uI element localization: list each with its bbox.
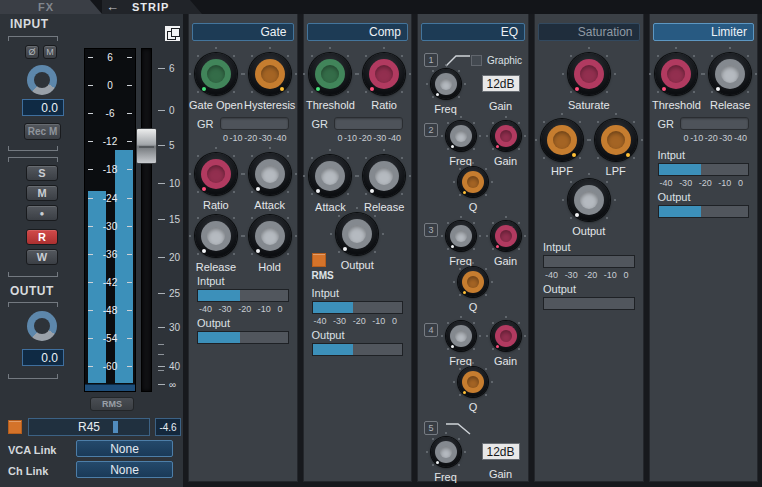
- eq-band1-button[interactable]: 1: [424, 53, 438, 67]
- eq-band2-gain-label: Gain: [494, 155, 517, 167]
- tab-bar: FX ← STRIP: [0, 0, 762, 14]
- pan-control[interactable]: R45: [28, 418, 150, 436]
- eq-band4-freq-knob[interactable]: [446, 321, 476, 351]
- comp-header[interactable]: Comp: [307, 23, 409, 41]
- comp-attack-knob[interactable]: [309, 155, 351, 197]
- gate-attack-knob[interactable]: [249, 153, 291, 195]
- fader-handle[interactable]: [136, 128, 157, 164]
- output-section-title: OUTUT: [10, 284, 54, 298]
- automation-read-button[interactable]: R: [26, 229, 58, 245]
- eq-band3-gain-knob[interactable]: [491, 221, 521, 251]
- gain-readout[interactable]: -4.6: [155, 418, 181, 436]
- output-gain-knob[interactable]: [27, 311, 57, 341]
- tab-fx[interactable]: FX: [0, 0, 102, 14]
- comp-gr-scale: 0-10-20-30-40: [338, 133, 402, 143]
- limiter-gr-meter: [680, 117, 749, 130]
- eq-band2-freq-knob[interactable]: [446, 121, 476, 151]
- limiter-input-meter: [658, 163, 750, 176]
- saturation-hpf-knob[interactable]: [541, 119, 583, 161]
- eq-band5-gain-display[interactable]: 12dB: [482, 443, 520, 460]
- mute-button[interactable]: M: [26, 185, 58, 201]
- level-meter-scale: 60-6-12-18-24-30-36-42-48-54-60: [85, 49, 135, 391]
- eq-band4-gain-knob[interactable]: [491, 321, 521, 351]
- comp-gr-meter: [334, 117, 403, 130]
- saturation-input-label: Intput: [543, 241, 635, 253]
- eq-band4-q-knob[interactable]: [458, 367, 488, 397]
- gate-header[interactable]: Gate: [192, 23, 294, 41]
- gate-release-knob[interactable]: [195, 215, 237, 257]
- rec-mute-button[interactable]: Rec M: [24, 123, 61, 140]
- saturation-output-knob[interactable]: [568, 179, 610, 221]
- channel-strip-window: FX ← STRIP INPUT Ø M 0.0 Rec M S M ● R W…: [0, 0, 762, 487]
- eq-band2-gain-knob[interactable]: [491, 121, 521, 151]
- comp-output-label: Output: [312, 329, 404, 341]
- comp-title: Comp: [369, 25, 401, 39]
- eq-band1-freq-label: Freq: [434, 103, 457, 115]
- ch-link-label: Ch Link: [8, 465, 48, 477]
- automation-write-button[interactable]: W: [26, 249, 58, 265]
- fader-track[interactable]: [141, 48, 152, 392]
- solo-button[interactable]: S: [26, 165, 58, 181]
- comp-release-knob[interactable]: [363, 155, 405, 197]
- limiter-output-meter: [658, 205, 750, 218]
- eq-band4-gain-label: Gain: [494, 355, 517, 367]
- eq-band2-q-label: Q: [469, 201, 478, 213]
- eq-band3-gain-label: Gain: [494, 255, 517, 267]
- eq-band5-button[interactable]: 5: [424, 421, 438, 435]
- comp-input-meter: [312, 301, 404, 314]
- strip-sections: Gate Gate Open Hysteresis GR 0-10-20-30-…: [186, 14, 762, 487]
- limiter-io-scale: -40-30-20-100: [660, 178, 744, 188]
- record-arm-button[interactable]: ●: [26, 205, 58, 221]
- vca-link-select[interactable]: None: [76, 440, 173, 457]
- group-bracket: [8, 146, 58, 151]
- gate-hysteresis-knob[interactable]: [249, 53, 291, 95]
- eq-band3-freq-knob[interactable]: [446, 221, 476, 251]
- gate-input-meter: [197, 289, 289, 302]
- eq-graphic-checkbox[interactable]: [471, 55, 482, 66]
- eq-band1-freq-knob[interactable]: [431, 69, 461, 99]
- eq-band1-gain-display[interactable]: 12dB: [482, 75, 520, 92]
- gate-open-label: Gate Open: [189, 99, 243, 111]
- eq-band5-freq-knob[interactable]: [431, 437, 461, 467]
- comp-ratio-knob[interactable]: [363, 53, 405, 95]
- gate-io-scale: -40-30-20-100: [199, 304, 283, 314]
- highpass-curve-icon: [445, 54, 471, 67]
- ch-link-select[interactable]: None: [76, 461, 173, 478]
- gate-hold-knob[interactable]: [249, 215, 291, 257]
- gate-gr-label: GR: [197, 118, 214, 130]
- eq-title: EQ: [501, 25, 518, 39]
- channel-controls-panel: INPUT Ø M 0.0 Rec M S M ● R W OUTUT 0.0: [0, 14, 183, 487]
- input-gain-value[interactable]: 0.0: [22, 99, 64, 116]
- gate-open-knob[interactable]: [195, 53, 237, 95]
- eq-band4-button[interactable]: 4: [424, 323, 438, 337]
- group-bracket: [8, 157, 58, 162]
- input-gain-knob[interactable]: [27, 65, 57, 95]
- back-arrow-icon[interactable]: ←: [106, 1, 120, 13]
- saturation-header[interactable]: Saturation: [538, 23, 640, 41]
- eq-band3-button[interactable]: 3: [424, 223, 438, 237]
- comp-output-knob[interactable]: [336, 213, 378, 255]
- input-mono-button[interactable]: M: [43, 45, 57, 59]
- limiter-threshold-knob[interactable]: [655, 53, 697, 95]
- saturate-knob[interactable]: [568, 53, 610, 95]
- gate-ratio-knob[interactable]: [195, 153, 237, 195]
- pan-indicator-button[interactable]: [8, 420, 22, 434]
- eq-band2-q-knob[interactable]: [458, 167, 488, 197]
- phase-invert-button[interactable]: Ø: [25, 45, 39, 59]
- group-bracket: [8, 302, 58, 307]
- eq-band2-button[interactable]: 2: [424, 123, 438, 137]
- comp-threshold-knob[interactable]: [309, 53, 351, 95]
- saturate-label: Saturate: [568, 99, 610, 111]
- eq-header[interactable]: EQ: [421, 23, 525, 41]
- tab-strip[interactable]: ← STRIP: [102, 0, 202, 14]
- rms-mode-button[interactable]: RMS: [90, 397, 134, 411]
- pan-position-caret: [113, 421, 118, 433]
- fader-minor-tick: [158, 354, 164, 355]
- limiter-header[interactable]: Limiter: [653, 23, 755, 41]
- limiter-release-knob[interactable]: [709, 53, 751, 95]
- limiter-gr-label: GR: [658, 118, 675, 130]
- output-gain-value[interactable]: 0.0: [22, 349, 64, 366]
- eq-band3-q-knob[interactable]: [458, 267, 488, 297]
- saturation-lpf-knob[interactable]: [595, 119, 637, 161]
- comp-rms-toggle[interactable]: [312, 253, 326, 267]
